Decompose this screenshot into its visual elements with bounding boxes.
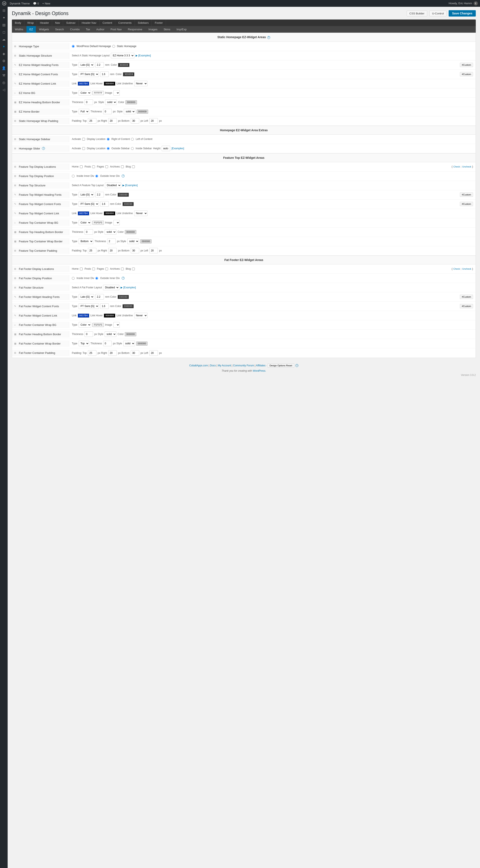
ez-home-content-size-input[interactable] — [100, 71, 109, 77]
fat-footer-padding-right-input[interactable] — [108, 350, 117, 356]
ez-home-content-font-select[interactable]: PT Sans [G] — [78, 71, 99, 77]
fat-footer-bg-color-display[interactable]: F5F5F5 — [92, 323, 104, 327]
sidebar-dynamik-icon[interactable]: ● — [0, 43, 8, 50]
ez-home-heading-border-color-display[interactable]: DDDDDD — [125, 100, 137, 104]
feature-top-padding-left-input[interactable] — [150, 248, 158, 253]
css-builder-button[interactable]: CSS Builder — [407, 10, 427, 16]
sidebar-media-icon[interactable]: ▤ — [0, 21, 8, 28]
adminbar-new[interactable]: + New — [42, 2, 51, 5]
tab-comments[interactable]: Comments — [115, 20, 135, 26]
slider-outside-radio[interactable] — [107, 147, 109, 150]
fat-footer-home-check[interactable] — [80, 268, 83, 270]
fat-footer-check-all-link[interactable]: Check — [453, 268, 460, 270]
sidebar-dashboard-icon[interactable]: ⊟ — [0, 7, 8, 14]
ez-home-bg-image-select[interactable] — [114, 90, 120, 96]
fat-footer-wrap-border-thickness-input[interactable] — [103, 341, 112, 346]
static-homepage-sidebar-activate-check[interactable] — [82, 138, 85, 141]
feature-top-heading-border-style-select[interactable]: solid — [105, 229, 116, 235]
fat-footer-wrap-border-style-select[interactable]: solid — [123, 341, 135, 346]
feature-top-link-color-display[interactable]: 0037B4 — [78, 211, 89, 215]
feature-top-bg-color-display[interactable]: F5F5F5 — [92, 221, 104, 225]
tab-post-nav[interactable]: Post Nav — [108, 26, 125, 33]
fat-footer-structure-examples-link[interactable]: ▶ [Examples] — [121, 286, 136, 289]
feature-top-bg-type-select[interactable]: Color — [78, 220, 91, 225]
sidebar-appearance-icon[interactable]: ◈ — [0, 50, 8, 57]
feature-top-uncheck-all-link[interactable]: Uncheck — [462, 165, 471, 168]
feature-top-content-color-display[interactable]: 333333 — [123, 202, 134, 206]
feature-top-link-underline-select[interactable]: Never — [134, 211, 148, 216]
ff-inside-radio[interactable] — [72, 277, 74, 280]
fat-footer-bg-type-select[interactable]: Color — [78, 322, 91, 328]
ft-inside-radio[interactable] — [72, 175, 74, 178]
footer-my-account-link[interactable]: My Account — [218, 364, 231, 367]
adminbar-site-name[interactable]: Dynamik Theme — [10, 2, 30, 5]
fat-footer-padding-top-input[interactable] — [88, 350, 96, 356]
feature-top-structure-select[interactable]: Disabled — [105, 183, 121, 188]
static-homepage-examples-link[interactable]: ▶ [Examples] — [136, 54, 151, 57]
feature-top-structure-examples-link[interactable]: ▶ [Examples] — [123, 184, 138, 187]
sidebar-comments-icon[interactable]: ☁ — [0, 36, 8, 43]
ez-home-heading-size-input[interactable] — [95, 62, 104, 68]
feature-top-check-all-link[interactable]: Check — [453, 165, 460, 168]
fat-footer-heading-color-display[interactable]: 333333 — [118, 295, 129, 299]
fat-footer-content-custom-btn[interactable]: #Custom — [460, 304, 473, 308]
tab-wrap[interactable]: Wrap — [24, 20, 37, 26]
feature-top-bg-image-select[interactable] — [114, 220, 120, 225]
fat-footer-posts-check[interactable] — [92, 268, 95, 270]
ez-home-heading-custom-btn[interactable]: #Custom — [460, 63, 473, 67]
sidebar-collapse-icon[interactable]: ◁ — [0, 86, 8, 93]
fat-footer-blog-check[interactable] — [132, 268, 135, 270]
feature-top-wrap-border-color-display[interactable]: DDDDDD — [140, 239, 152, 243]
sidebar-settings-icon[interactable]: ◎ — [0, 79, 8, 86]
feature-top-heading-font-select[interactable]: Lato [G] — [78, 192, 94, 197]
ez-home-link-underline-select[interactable]: Never — [134, 81, 148, 86]
homepage-slider-help-link[interactable]: ? — [42, 147, 45, 150]
ez-home-bg-type-select[interactable]: Color — [78, 90, 91, 96]
homepage-type-default-radio[interactable] — [72, 45, 74, 48]
tab-search[interactable]: Search — [52, 26, 67, 33]
fat-footer-content-font-select[interactable]: PT Sans [G] — [78, 303, 99, 309]
feature-top-padding-bottom-input[interactable] — [131, 248, 139, 253]
wp-logo-icon[interactable]: W — [2, 1, 6, 5]
tab-skins[interactable]: Skins — [161, 26, 173, 33]
feature-top-wrap-border-thickness-input[interactable] — [107, 239, 116, 244]
fat-footer-padding-bottom-input[interactable] — [131, 350, 139, 356]
tab-ez[interactable]: EZ — [27, 26, 36, 33]
fat-footer-padding-left-input[interactable] — [150, 350, 158, 356]
fat-footer-position-help-link[interactable]: ? — [122, 277, 125, 280]
tab-footer[interactable]: Footer — [152, 20, 166, 26]
feature-top-heading-border-color-display[interactable]: DDDDDD — [125, 230, 136, 234]
tab-tax[interactable]: Tax — [83, 26, 93, 33]
sidebar-pages-icon[interactable]: ◻ — [0, 28, 8, 36]
ez-home-heading-border-style-select[interactable]: solid — [105, 99, 117, 105]
feature-top-position-help-link[interactable]: ? — [122, 175, 125, 178]
fat-footer-link-color-display[interactable]: 0037B4 — [78, 314, 89, 318]
save-changes-button[interactable]: Save Changes — [449, 10, 476, 17]
fat-footer-heading-border-style-select[interactable]: solid — [105, 331, 116, 337]
ez-home-content-color-display[interactable]: 333333 — [123, 72, 134, 76]
u-control-button[interactable]: U-Control — [429, 10, 447, 16]
fat-footer-heading-border-color-display[interactable]: DDDDDD — [125, 332, 136, 336]
ez-home-content-custom-btn[interactable]: #Custom — [460, 72, 473, 76]
tab-subnav[interactable]: Subnav — [63, 20, 78, 26]
footer-design-options-reset-btn[interactable]: Design Options Reset — [268, 363, 294, 368]
tab-widgets[interactable]: Widgets — [36, 26, 52, 33]
footer-community-forum-link[interactable]: Community Forum — [233, 364, 254, 367]
fat-footer-structure-select[interactable]: Disabled — [103, 285, 119, 290]
feature-top-heading-custom-btn[interactable]: #Custom — [460, 192, 473, 197]
feature-top-padding-top-input[interactable] — [88, 248, 96, 253]
tab-crumbs[interactable]: Crumbs — [67, 26, 83, 33]
feature-top-home-check[interactable] — [80, 165, 83, 168]
ez-home-border-color-display[interactable]: DDDDDD — [137, 110, 148, 114]
homepage-slider-height-input[interactable] — [162, 146, 170, 151]
feature-top-link-hover-color-display[interactable]: 000000 — [104, 211, 115, 215]
tab-header-nav[interactable]: Header Nav — [78, 20, 99, 26]
ez-home-border-thickness-input[interactable] — [103, 109, 112, 114]
sidebar-right-radio[interactable] — [107, 138, 109, 141]
feature-top-padding-right-input[interactable] — [108, 248, 117, 253]
fat-footer-bg-image-select[interactable] — [114, 322, 120, 328]
feature-top-posts-check[interactable] — [92, 165, 95, 168]
tab-responsive[interactable]: Responsive — [125, 26, 146, 33]
fat-footer-link-hover-color-display[interactable]: 000000 — [104, 314, 115, 318]
ft-outside-radio[interactable] — [95, 175, 98, 178]
